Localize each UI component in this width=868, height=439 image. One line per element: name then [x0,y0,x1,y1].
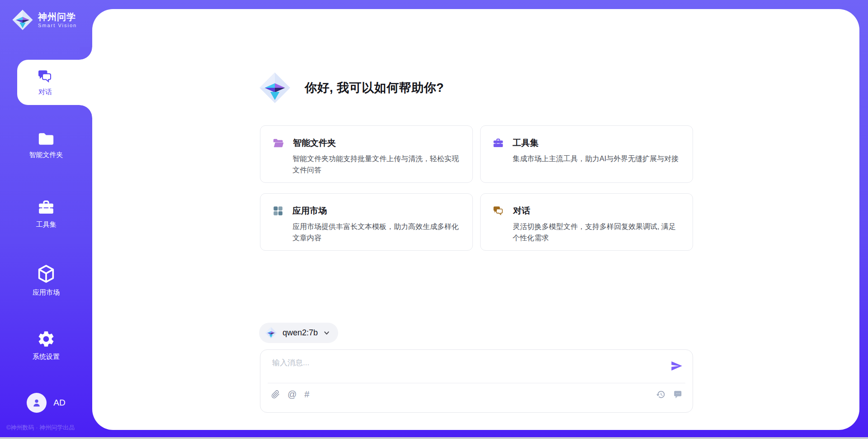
feedback-button[interactable] [673,389,683,399]
card-title: 应用市场 [292,205,327,217]
message-input[interactable] [271,357,660,381]
send-icon [670,360,683,372]
sidebar-item-label: 对话 [38,88,52,96]
sidebar: 神州问学 Smart Vision 对话 智能文件夹 工具集 [0,0,92,439]
history-button[interactable] [656,390,665,399]
model-logo-icon [265,327,277,339]
history-icon [656,390,665,399]
app-logo-icon [12,9,33,31]
chat-bubble-icon [673,389,683,399]
user-account[interactable]: AD [0,393,92,413]
sidebar-item-label: 工具集 [36,220,57,229]
chat-bubbles-icon [37,68,54,85]
model-selector[interactable]: qwen2:7b [259,323,338,343]
card-chat[interactable]: 对话 灵活切换多模型文件，支持多样回复效果调试, 满足个性化需求 [480,193,693,251]
sidebar-item-label: 应用市场 [33,288,60,297]
sidebar-item-toolbox[interactable]: 工具集 [0,198,92,229]
greeting-text: 你好, 我可以如何帮助你? [305,80,444,96]
sidebar-item-settings[interactable]: 系统设置 [0,329,92,361]
topic-icon[interactable]: # [304,389,309,399]
card-toolbox[interactable]: 工具集 集成市场上主流工具，助力AI与外界无缝扩展与对接 [480,125,693,183]
sidebar-item-label: 智能文件夹 [29,151,63,159]
greeting: 你好, 我可以如何帮助你? [259,72,444,104]
folder-open-icon [272,138,284,148]
folder-icon [37,131,56,147]
user-name: AD [53,398,65,408]
sidebar-footer: ©神州数码 · 神州问学出品 [6,424,75,432]
card-description: 智能文件夹功能支持批量文件上传与清洗，轻松实现文件问答 [292,153,461,176]
avatar [27,393,47,413]
briefcase-icon [37,198,56,216]
card-description: 应用市场提供丰富长文本模板，助力高效生成多样化文章内容 [292,221,461,243]
cube-icon [36,263,57,284]
sidebar-item-app-market[interactable]: 应用市场 [0,263,92,297]
person-icon [31,397,42,409]
bottom-edge [0,437,868,439]
card-title: 工具集 [513,137,538,149]
app-brand: 神州问学 Smart Vision [12,9,77,31]
attach-file-button[interactable] [271,390,280,399]
message-composer: @ # [260,349,693,413]
card-title: 智能文件夹 [293,137,336,149]
card-app-market[interactable]: 应用市场 应用市场提供丰富长文本模板，助力高效生成多样化文章内容 [260,193,473,251]
sidebar-item-label: 系统设置 [33,353,60,361]
grid-icon [272,205,284,217]
composer-divider [268,383,685,383]
card-title: 对话 [513,205,530,217]
chevron-down-icon [323,329,330,336]
briefcase-icon [492,137,504,149]
app-title: 神州问学 [38,12,77,22]
app-subtitle: Smart Vision [38,23,77,28]
card-description: 灵活切换多模型文件，支持多样回复效果调试, 满足个性化需求 [513,221,681,243]
pill-corner-bottom [80,105,92,118]
send-button[interactable] [670,360,683,373]
assistant-logo-icon [259,72,291,104]
sidebar-item-chat[interactable]: 对话 [17,60,92,105]
card-smart-folder[interactable]: 智能文件夹 智能文件夹功能支持批量文件上传与清洗，轻松实现文件问答 [260,125,473,183]
mention-icon[interactable]: @ [288,389,297,399]
pill-corner-top [80,47,92,60]
sidebar-item-smart-folder[interactable]: 智能文件夹 [0,131,92,159]
model-name: qwen2:7b [283,328,318,338]
feature-cards: 智能文件夹 智能文件夹功能支持批量文件上传与清洗，轻松实现文件问答 工具集 集成… [260,125,693,251]
gear-icon [37,329,56,348]
paperclip-icon [271,390,280,399]
chat-bubbles-icon [492,205,505,217]
card-description: 集成市场上主流工具，助力AI与外界无缝扩展与对接 [513,153,681,164]
